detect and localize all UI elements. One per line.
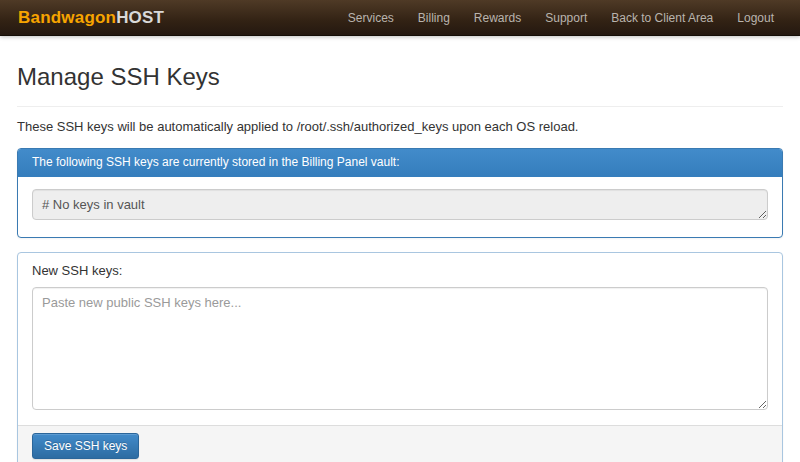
brand-logo-part1: Bandwagon (18, 8, 116, 27)
page-title: Manage SSH Keys (17, 64, 783, 90)
nav-item-support[interactable]: Support (533, 1, 599, 35)
new-keys-textarea[interactable] (32, 287, 768, 410)
top-navbar: BandwagonHOST Services Billing Rewards S… (0, 0, 800, 36)
brand-logo-part2: HOST (116, 8, 164, 27)
nav-item-billing[interactable]: Billing (406, 1, 462, 35)
new-keys-panel: New SSH keys: Save SSH keys (17, 252, 783, 462)
nav-item-services[interactable]: Services (336, 1, 406, 35)
vault-panel: The following SSH keys are currently sto… (17, 148, 783, 238)
vault-keys-textarea[interactable]: # No keys in vault (32, 189, 768, 220)
nav-item-back-to-client-area[interactable]: Back to Client Area (599, 1, 725, 35)
main-container: Manage SSH Keys These SSH keys will be a… (0, 64, 800, 462)
brand-logo[interactable]: BandwagonHOST (18, 8, 164, 28)
save-ssh-keys-button[interactable]: Save SSH keys (32, 433, 139, 459)
new-keys-label: New SSH keys: (32, 263, 768, 278)
nav-item-rewards[interactable]: Rewards (462, 1, 533, 35)
navbar-links: Services Billing Rewards Support Back to… (336, 1, 786, 35)
page-header: Manage SSH Keys (17, 64, 783, 107)
intro-text: These SSH keys will be automatically app… (17, 118, 783, 137)
vault-panel-body: # No keys in vault (18, 177, 782, 237)
nav-item-logout[interactable]: Logout (725, 1, 786, 35)
new-keys-panel-body: New SSH keys: (18, 253, 782, 425)
vault-panel-heading: The following SSH keys are currently sto… (18, 149, 782, 177)
new-keys-panel-footer: Save SSH keys (18, 425, 782, 462)
